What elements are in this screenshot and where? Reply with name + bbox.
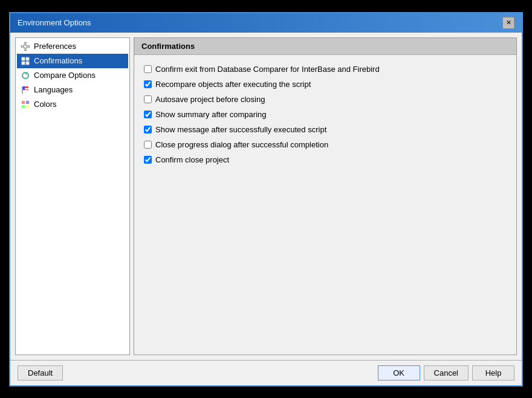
title-bar: Environment Options ✕	[10, 13, 522, 33]
checkbox-row-confirm-exit: Confirm exit from Database Comparer for …	[144, 65, 507, 74]
sidebar-item-colors[interactable]: Colors	[17, 97, 128, 112]
svg-rect-2	[21, 45, 22, 48]
recompare-label[interactable]: Recompare objects after executing the sc…	[155, 80, 311, 89]
svg-rect-8	[26, 62, 29, 65]
sidebar-label-colors: Colors	[34, 100, 57, 109]
show-summary-label[interactable]: Show summary after comparing	[155, 110, 267, 119]
confirm-exit-label[interactable]: Confirm exit from Database Comparer for …	[155, 65, 380, 74]
sidebar-label-confirmations: Confirmations	[34, 56, 82, 65]
palette-icon	[21, 100, 30, 109]
checkbox-row-show-summary: Show summary after comparing	[144, 110, 507, 119]
checkbox-row-show-message: Show message after successfully executed…	[144, 125, 507, 134]
grid-icon	[21, 56, 30, 66]
svg-rect-18	[26, 105, 29, 108]
sidebar: Preferences Confirmations	[15, 37, 130, 355]
checkbox-row-recompare: Recompare objects after executing the sc…	[144, 80, 507, 89]
dialog-title: Environment Options	[18, 18, 91, 27]
confirm-close-label[interactable]: Confirm close project	[155, 155, 229, 164]
show-message-label[interactable]: Show message after successfully executed…	[155, 125, 326, 134]
checkbox-row-confirm-close: Confirm close project	[144, 155, 507, 164]
gear-icon	[21, 42, 30, 51]
svg-rect-15	[22, 101, 25, 104]
cancel-button[interactable]: Cancel	[424, 365, 469, 380]
svg-point-4	[24, 45, 27, 48]
dialog-body: Preferences Confirmations	[10, 33, 522, 360]
close-progress-checkbox[interactable]	[144, 141, 152, 149]
confirm-close-checkbox[interactable]	[144, 156, 152, 164]
content-body: Confirm exit from Database Comparer for …	[134, 55, 516, 174]
autosave-checkbox[interactable]	[144, 95, 152, 103]
dialog-footer: Default OK Cancel Help	[10, 360, 522, 385]
environment-options-dialog: Environment Options ✕ Preferences	[9, 12, 523, 387]
content-header: Confirmations	[134, 38, 516, 55]
ok-button[interactable]: OK	[378, 365, 420, 380]
svg-rect-17	[22, 105, 25, 108]
recompare-checkbox[interactable]	[144, 80, 152, 88]
footer-right: OK Cancel Help	[378, 365, 514, 380]
close-progress-label[interactable]: Close progress dialog after successful c…	[155, 140, 328, 149]
main-content: Confirmations Confirm exit from Database…	[134, 37, 517, 355]
flag-icon	[21, 85, 30, 95]
sidebar-label-preferences: Preferences	[34, 42, 76, 51]
sidebar-label-compare-options: Compare Options	[34, 71, 96, 80]
svg-rect-0	[24, 42, 27, 43]
sidebar-item-preferences[interactable]: Preferences	[17, 39, 128, 54]
checkbox-row-autosave: Autosave project before closing	[144, 95, 507, 104]
checkbox-row-close-progress: Close progress dialog after successful c…	[144, 140, 507, 149]
close-button[interactable]: ✕	[502, 17, 514, 29]
footer-left: Default	[18, 365, 63, 380]
sidebar-item-confirmations[interactable]: Confirmations	[17, 54, 128, 68]
refresh-icon	[21, 71, 30, 80]
autosave-label[interactable]: Autosave project before closing	[155, 95, 265, 104]
svg-rect-16	[26, 101, 29, 104]
default-button[interactable]: Default	[18, 365, 63, 380]
sidebar-label-languages: Languages	[34, 85, 73, 94]
help-button[interactable]: Help	[472, 365, 514, 380]
sidebar-item-languages[interactable]: Languages	[17, 83, 128, 97]
svg-rect-1	[24, 50, 27, 51]
show-message-checkbox[interactable]	[144, 126, 152, 133]
svg-rect-5	[22, 57, 25, 60]
sidebar-item-compare-options[interactable]: Compare Options	[17, 68, 128, 83]
svg-rect-3	[28, 45, 30, 48]
svg-rect-7	[22, 62, 25, 65]
confirm-exit-checkbox[interactable]	[144, 65, 152, 73]
svg-rect-6	[26, 57, 29, 60]
show-summary-checkbox[interactable]	[144, 111, 152, 118]
